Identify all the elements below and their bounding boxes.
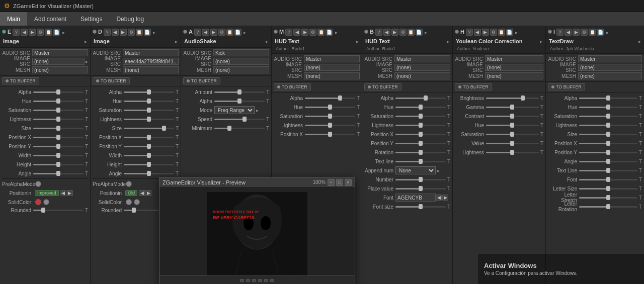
d-posx-track[interactable]	[124, 137, 174, 138]
d-prealpha[interactable]	[126, 181, 132, 187]
positionin-prev[interactable]: ◀	[60, 190, 66, 196]
i-posy-track[interactable]	[579, 152, 637, 153]
tb-btn-3[interactable]: ▶	[29, 29, 36, 36]
i-size-track[interactable]	[579, 134, 637, 135]
b-audio-src[interactable]	[394, 55, 450, 62]
tb-m-btn-5[interactable]: 📋	[317, 29, 325, 36]
b-fsize-track[interactable]	[395, 206, 446, 208]
tb-expand[interactable]: ▸	[61, 29, 66, 36]
tb-i-btn-1[interactable]: ?	[556, 29, 564, 36]
alpha-track[interactable]	[33, 91, 84, 93]
tb-d-expand[interactable]: ▸	[152, 29, 157, 36]
tb-b-btn-2[interactable]: ◀	[383, 29, 390, 36]
d-angle-track[interactable]	[124, 173, 174, 174]
d-sat-track[interactable]	[124, 110, 174, 111]
tb-h-btn-2[interactable]: ◀	[474, 29, 481, 36]
tb-a-btn-5[interactable]: 📋	[226, 29, 233, 36]
height-track[interactable]	[33, 164, 84, 165]
h-audio-src[interactable]	[485, 55, 543, 62]
h-val-track[interactable]	[486, 143, 539, 144]
i-lsize-track[interactable]	[579, 188, 637, 190]
posy-handle[interactable]: T	[85, 144, 88, 149]
b-append-select[interactable]: None	[395, 166, 436, 174]
b-posy-track[interactable]	[395, 143, 446, 144]
b-font-next[interactable]: ▶	[442, 195, 448, 201]
d-height-track[interactable]	[124, 164, 174, 165]
a-alpha-track[interactable]	[214, 101, 265, 102]
tb-i-btn-4[interactable]: ⚙	[581, 29, 588, 36]
tb-b-btn-3[interactable]: ▶	[391, 29, 398, 36]
a-amount-track[interactable]	[214, 91, 265, 93]
m-hue-track[interactable]	[305, 107, 355, 108]
tb-i-btn-2[interactable]: ◀	[565, 29, 572, 36]
posx-handle[interactable]: T	[85, 135, 88, 140]
size-track[interactable]	[33, 128, 84, 129]
i-lrot-track[interactable]	[579, 206, 637, 208]
tb-d-btn-3[interactable]: ▶	[120, 29, 127, 36]
tb-a-btn-6[interactable]: 📄	[234, 29, 242, 36]
m-light-track[interactable]	[305, 125, 355, 126]
tb-d-btn-6[interactable]: 📄	[144, 29, 151, 36]
h-gamma-track[interactable]	[486, 107, 539, 108]
tb-b-btn-4[interactable]: ⚙	[399, 29, 407, 36]
i-audio-src[interactable]	[578, 55, 642, 62]
tab-settings[interactable]: Settings	[73, 12, 109, 26]
tb-b-btn-5[interactable]: 📋	[408, 29, 415, 36]
tb-a-expand[interactable]: ▸	[243, 29, 248, 36]
height-handle[interactable]: T	[85, 162, 88, 167]
m-posx-track[interactable]	[305, 134, 355, 135]
b-font-input[interactable]	[395, 194, 436, 202]
h-mesh[interactable]	[485, 72, 543, 79]
prealpha-circle[interactable]	[35, 181, 41, 187]
a-mesh[interactable]	[213, 66, 269, 73]
angle-track[interactable]	[33, 173, 84, 174]
tb-btn-5[interactable]: 📋	[45, 29, 52, 36]
tb-btn-1[interactable]: ?	[13, 29, 20, 36]
tb-d-btn-4[interactable]: ⚙	[128, 29, 135, 36]
tb-b-btn-1[interactable]: ?	[375, 29, 382, 36]
h-image-src[interactable]	[485, 64, 543, 71]
b-mesh[interactable]	[394, 72, 450, 79]
h-light-track[interactable]	[486, 152, 539, 153]
i-alpha-track[interactable]	[579, 98, 637, 99]
mesh-input[interactable]	[32, 66, 88, 73]
tb-m-btn-3[interactable]: ▶	[301, 29, 308, 36]
d-positionin-prev[interactable]: ◀	[139, 190, 145, 196]
b-hue-track[interactable]	[395, 107, 446, 108]
d-light-track[interactable]	[124, 119, 174, 120]
m-alpha-track[interactable]	[305, 98, 355, 99]
a-speed-track[interactable]	[214, 119, 265, 120]
tb-h-btn-4[interactable]: ⚙	[490, 29, 497, 36]
saturation-handle[interactable]: T	[85, 108, 88, 113]
solid-color-circle[interactable]	[43, 199, 49, 205]
d-posy-track[interactable]	[124, 146, 174, 147]
lightness-track[interactable]	[33, 119, 84, 120]
tb-h-btn-5[interactable]: 📋	[498, 29, 505, 36]
tb-a-btn-3[interactable]: ▶	[210, 29, 217, 36]
angle-handle[interactable]: T	[85, 171, 88, 176]
b-textline-track[interactable]	[395, 161, 446, 162]
h-brightness-track[interactable]	[486, 98, 539, 99]
to-buffer-btn-m[interactable]: TO BUFFER	[274, 83, 311, 90]
tb-i-btn-3[interactable]: ▶	[573, 29, 580, 36]
tb-d-btn-2[interactable]: ◀	[112, 29, 119, 36]
preview-minimize[interactable]: −	[328, 179, 335, 186]
solid-color-dot[interactable]	[35, 199, 41, 205]
d-hue-track[interactable]	[124, 101, 174, 102]
tb-a-btn-1[interactable]: ?	[194, 29, 201, 36]
b-rot-track[interactable]	[395, 152, 446, 153]
tab-main[interactable]: Main	[0, 12, 27, 26]
tb-h-btn-3[interactable]: ▶	[482, 29, 489, 36]
d-mesh[interactable]	[123, 66, 179, 73]
tb-i-btn-5[interactable]: 📋	[589, 29, 596, 36]
posy-track[interactable]	[33, 146, 84, 147]
tb-btn-4[interactable]: ⚙	[37, 29, 44, 36]
to-buffer-btn-a[interactable]: TO BUFFER	[183, 77, 220, 84]
hue-track[interactable]	[33, 101, 84, 102]
rounded-track[interactable]	[33, 210, 84, 211]
tab-debug-log[interactable]: Debug log	[109, 12, 151, 26]
saturation-track[interactable]	[33, 110, 84, 111]
h-contrast-track[interactable]	[486, 116, 539, 117]
tb-b-btn-6[interactable]: 📄	[416, 29, 423, 36]
to-buffer-btn-e[interactable]: TO BUFFER	[2, 77, 39, 84]
